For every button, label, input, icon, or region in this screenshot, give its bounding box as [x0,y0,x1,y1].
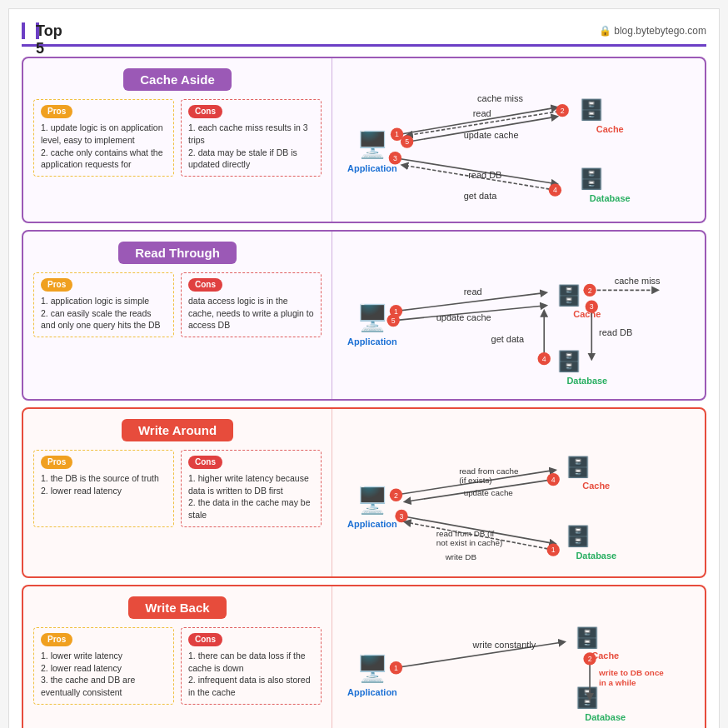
pros-label-wb: Pros [41,633,72,646]
cons-label-wa: Cons [188,456,222,469]
right-panel-read-through: 🖥️ Application 🗄️ Cache 🗄️ Database 1 re… [332,232,705,399]
svg-text:(if exists): (if exists) [459,476,491,485]
svg-text:read: read [473,109,491,119]
diagram-write-back: 🖥️ Application 🗄️ Cache 🗄️ Database 1 wr… [345,595,692,728]
page-title: Top 5 Caching Strategies [22,22,46,39]
strategy-title-read-through: Read Through [118,242,237,264]
title-bar [22,22,25,39]
svg-text:🗄️: 🗄️ [575,626,601,650]
svg-text:1: 1 [395,131,399,139]
right-panel-write-around: 🖥️ Application 🗄️ Cache 🗄️ Database 2 re… [332,409,705,576]
title-text: Top 5 Caching Strategies [36,22,39,39]
svg-text:🗄️: 🗄️ [556,348,582,372]
svg-text:read: read [464,287,482,297]
svg-text:Application: Application [347,687,397,697]
svg-text:get data: get data [491,334,526,344]
strategy-card-write-around: Write Around Pros 1. the DB is the sourc… [22,407,706,578]
strategies-list: Cache Aside Pros 1. update logic is on a… [22,57,706,728]
svg-text:Database: Database [585,712,626,722]
left-panel-write-around: Write Around Pros 1. the DB is the sourc… [23,409,332,576]
strategy-card-read-through: Read Through Pros 1. application logic i… [22,230,706,401]
left-panel-read-through: Read Through Pros 1. application logic i… [23,232,332,399]
pros-box-cache-aside: Pros 1. update logic is on application l… [33,99,174,177]
svg-text:update cache: update cache [436,312,491,322]
strategy-title-write-around: Write Around [122,419,233,441]
svg-text:Application: Application [347,519,397,529]
right-panel-write-back: 🖥️ Application 🗄️ Cache 🗄️ Database 1 wr… [332,586,705,728]
svg-text:🖥️: 🖥️ [357,485,389,516]
cons-label: Cons [188,105,222,118]
strategy-card-write-back: Write Back Pros 1. lower write latency2.… [22,585,706,728]
cons-text-wa: 1. higher write latency because data is … [188,472,314,521]
svg-text:3: 3 [400,512,404,521]
svg-text:Cache: Cache [596,124,624,134]
strategy-title-write-back: Write Back [128,596,226,619]
svg-text:🖥️: 🖥️ [357,302,389,333]
svg-text:read from cache: read from cache [459,466,519,476]
pros-box-read-through: Pros 1. application logic is simple2. ca… [33,272,174,337]
pros-text-wa: 1. the DB is the source of truth2. lower… [41,472,167,496]
cons-box-cache-aside: Cons 1. each cache miss results in 3 tri… [181,99,322,177]
svg-text:cache miss: cache miss [615,276,661,286]
svg-text:🗄️: 🗄️ [579,167,605,191]
svg-text:write to DB once: write to DB once [598,668,664,677]
svg-text:🗄️: 🗄️ [566,524,591,548]
cons-text-wb: 1. there can be data loss if the cache i… [188,650,314,699]
svg-text:in a while: in a while [599,678,636,687]
svg-text:🗄️: 🗄️ [579,98,605,122]
svg-text:1: 1 [394,664,398,672]
pros-cons-read-through: Pros 1. application logic is simple2. ca… [33,272,322,337]
pros-text: 1. update logic is on application level,… [41,122,167,171]
pros-box-write-around: Pros 1. the DB is the source of truth2. … [33,450,174,527]
cons-text: 1. each cache miss results in 3 trips2. … [188,122,314,171]
cons-box-write-around: Cons 1. higher write latency because dat… [181,450,322,527]
strategy-card-cache-aside: Cache Aside Pros 1. update logic is on a… [22,57,706,223]
svg-text:3: 3 [590,302,594,311]
svg-text:4: 4 [551,476,556,484]
svg-text:🗄️: 🗄️ [556,282,582,307]
svg-text:2: 2 [561,107,565,115]
pros-cons-write-around: Pros 1. the DB is the source of truth2. … [33,450,322,527]
svg-text:5: 5 [405,138,409,147]
cons-label-wb: Cons [188,633,222,646]
pros-label: Pros [41,105,72,118]
svg-text:update cache: update cache [464,488,514,497]
svg-text:write constantly: write constantly [472,640,536,650]
site-link: 🔒 blog.bytebytego.com [599,25,706,37]
svg-text:Cache: Cache [582,480,610,490]
page: Top 5 Caching Strategies 🔒 blog.bytebyte… [8,8,720,728]
svg-text:read DB: read DB [599,327,632,337]
svg-text:2: 2 [588,286,592,294]
strategy-title-cache-aside: Cache Aside [123,68,231,91]
cons-label-rt: Cons [188,278,222,292]
svg-text:3: 3 [393,154,397,162]
diagram-read-through: 🖥️ Application 🗄️ Cache 🗄️ Database 1 re… [345,240,692,391]
svg-text:4: 4 [553,187,557,195]
pros-text-wb: 1. lower write latency2. lower read late… [41,650,167,699]
svg-text:cache miss: cache miss [477,93,523,103]
left-panel-cache-aside: Cache Aside Pros 1. update logic is on a… [23,58,332,222]
left-panel-write-back: Write Back Pros 1. lower write latency2.… [23,586,332,728]
svg-text:update cache: update cache [464,130,519,140]
svg-text:Database: Database [590,194,631,204]
pros-text-rt: 1. application logic is simple2. can eas… [41,295,167,332]
svg-text:2: 2 [394,491,398,499]
page-header: Top 5 Caching Strategies 🔒 blog.bytebyte… [22,22,706,47]
svg-text:Application: Application [347,337,397,347]
svg-text:Application: Application [347,163,397,173]
diagram-write-around: 🖥️ Application 🗄️ Cache 🗄️ Database 2 re… [345,417,692,568]
diagram-cache-aside: 🖥️ Application 🗄️ Cache 🗄️ Database 1 re… [345,67,692,213]
svg-text:Database: Database [576,551,616,561]
svg-text:5: 5 [391,317,396,325]
svg-text:🗄️: 🗄️ [575,686,601,710]
pros-label-rt: Pros [41,278,72,292]
svg-text:2: 2 [588,655,592,663]
svg-text:🖥️: 🖥️ [357,653,389,684]
svg-text:🖥️: 🖥️ [357,129,389,160]
pros-cons-cache-aside: Pros 1. update logic is on application l… [33,99,322,177]
svg-text:🗄️: 🗄️ [566,455,591,479]
svg-text:write DB: write DB [445,552,477,561]
pros-label-wa: Pros [41,456,72,469]
svg-text:4: 4 [542,355,546,363]
right-panel-cache-aside: 🖥️ Application 🗄️ Cache 🗄️ Database 1 re… [332,58,705,222]
